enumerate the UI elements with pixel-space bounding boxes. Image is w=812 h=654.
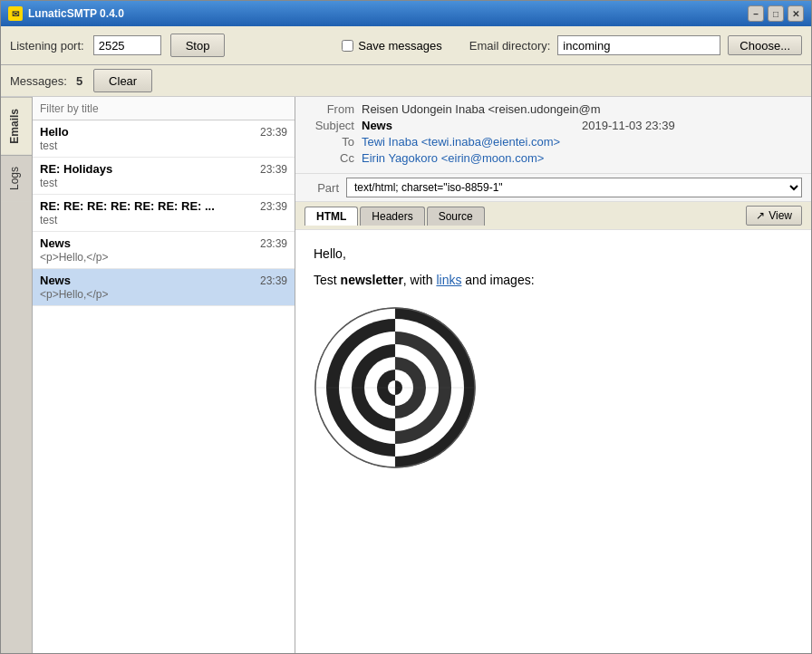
main-content: Emails Logs Hello 23:39 test RE: Holiday… <box>1 97 811 653</box>
stop-button[interactable]: Stop <box>170 34 226 57</box>
to-value: Tewi Inaba <tewi.inaba@eientei.com> <box>362 135 802 149</box>
view-button[interactable]: ↗ View <box>746 206 802 226</box>
to-row: To Tewi Inaba <tewi.inaba@eientei.com> <box>304 135 802 149</box>
part-select[interactable]: text/html; charset="iso-8859-1" <box>346 178 802 197</box>
minimize-button[interactable]: – <box>748 5 764 22</box>
body-greeting: Hello, <box>314 245 793 264</box>
sidebar-tab-logs[interactable]: Logs <box>1 155 32 201</box>
email-dir-input[interactable] <box>557 35 720 55</box>
email-item-header: Hello 23:39 <box>40 125 287 139</box>
view-label: View <box>768 209 792 222</box>
maximize-button[interactable]: □ <box>768 5 784 22</box>
view-tabs-row: HTML Headers Source ↗ View <box>295 202 811 230</box>
email-preview: <p>Hello,</p> <box>40 251 287 264</box>
body-text-mid: , with <box>403 273 437 287</box>
external-link-icon: ↗ <box>756 209 765 222</box>
list-item[interactable]: News 23:39 <p>Hello,</p> <box>33 232 295 269</box>
close-button[interactable]: ✕ <box>788 5 804 22</box>
email-dir-label: Email directory: <box>469 39 551 53</box>
sidebar: Emails Logs <box>1 97 33 653</box>
email-preview: test <box>40 214 287 226</box>
messages-label: Messages: <box>10 74 67 88</box>
title-bar: ✉ LunaticSMTP 0.4.0 – □ ✕ <box>1 1 811 26</box>
window-title: LunaticSMTP 0.4.0 <box>28 7 748 20</box>
app-window: ✉ LunaticSMTP 0.4.0 – □ ✕ Listening port… <box>0 0 812 654</box>
to-label: To <box>304 135 354 149</box>
listening-port-label: Listening port: <box>10 39 84 53</box>
email-body: Hello, Test newsletter, with links and i… <box>295 230 811 653</box>
email-subject: RE: RE: RE: RE: RE: RE: RE: ... <box>40 199 215 213</box>
part-row: Part text/html; charset="iso-8859-1" <box>295 174 811 202</box>
cc-label: Cc <box>304 151 354 165</box>
tab-headers[interactable]: Headers <box>360 207 424 226</box>
tab-html[interactable]: HTML <box>304 207 358 226</box>
date-value: 2019-11-03 23:39 <box>582 119 802 132</box>
sidebar-tab-emails[interactable]: Emails <box>1 97 32 155</box>
clear-button[interactable]: Clear <box>93 69 152 92</box>
email-subject: Hello <box>40 125 69 139</box>
window-controls: – □ ✕ <box>748 5 804 22</box>
email-time: 23:39 <box>260 274 287 287</box>
subject-value: News <box>362 119 582 132</box>
cc-value: Eirin Yagokoro <eirin@moon.com> <box>362 151 802 165</box>
email-time: 23:39 <box>260 200 287 213</box>
list-item[interactable]: Hello 23:39 test <box>33 120 295 158</box>
from-value: Reisen Udongein Inaba <reisen.udongein@m <box>362 102 802 116</box>
app-icon: ✉ <box>8 6 23 21</box>
email-preview: test <box>40 177 287 189</box>
list-item[interactable]: RE: RE: RE: RE: RE: RE: RE: ... 23:39 te… <box>33 195 295 232</box>
list-item[interactable]: News 23:39 <p>Hello,</p> <box>33 269 295 306</box>
choose-button[interactable]: Choose... <box>728 35 802 55</box>
email-directory-section: Email directory: Choose... <box>469 35 802 55</box>
part-label: Part <box>304 181 339 195</box>
email-detail-panel: From Reisen Udongein Inaba <reisen.udong… <box>295 97 811 653</box>
email-preview: test <box>40 139 287 152</box>
email-time: 23:39 <box>260 237 287 250</box>
body-text-post: and images: <box>461 273 534 287</box>
cc-row: Cc Eirin Yagokoro <eirin@moon.com> <box>304 151 802 165</box>
email-item-header: RE: RE: RE: RE: RE: RE: RE: ... 23:39 <box>40 199 287 213</box>
list-item[interactable]: RE: Holidays 23:39 test <box>33 158 295 195</box>
subject-row: Subject News 2019-11-03 23:39 <box>304 119 802 132</box>
messages-row: Messages: 5 Clear <box>1 65 811 97</box>
subject-label: Subject <box>304 119 354 132</box>
toolbar: Listening port: Stop Save messages Email… <box>1 26 811 65</box>
save-messages-checkbox[interactable] <box>342 40 353 52</box>
email-subject: News <box>40 236 71 250</box>
body-link[interactable]: links <box>436 273 461 287</box>
email-item-header: News 23:39 <box>40 274 287 287</box>
email-time: 23:39 <box>260 126 287 139</box>
email-list: Hello 23:39 test RE: Holidays 23:39 test… <box>33 120 295 653</box>
email-time: 23:39 <box>260 163 287 176</box>
email-item-header: RE: Holidays 23:39 <box>40 162 287 176</box>
filter-input[interactable] <box>33 97 295 120</box>
email-headers: From Reisen Udongein Inaba <reisen.udong… <box>295 97 811 174</box>
email-subject: RE: Holidays <box>40 162 112 176</box>
body-paragraph: Test newsletter, with links and images: <box>314 271 793 290</box>
email-item-header: News 23:39 <box>40 236 287 250</box>
body-text-bold: newsletter <box>341 273 403 287</box>
tab-source[interactable]: Source <box>427 207 485 226</box>
email-preview: <p>Hello,</p> <box>40 288 287 301</box>
email-subject: News <box>40 274 71 287</box>
from-row: From Reisen Udongein Inaba <reisen.udong… <box>304 102 802 116</box>
target-image <box>314 306 477 469</box>
port-input[interactable] <box>93 35 161 55</box>
save-messages-area: Save messages <box>342 39 442 53</box>
email-list-panel: Hello 23:39 test RE: Holidays 23:39 test… <box>33 97 295 653</box>
save-messages-label: Save messages <box>358 39 442 53</box>
from-label: From <box>304 102 354 116</box>
messages-count: 5 <box>76 74 82 88</box>
body-text-pre: Test <box>314 273 341 287</box>
